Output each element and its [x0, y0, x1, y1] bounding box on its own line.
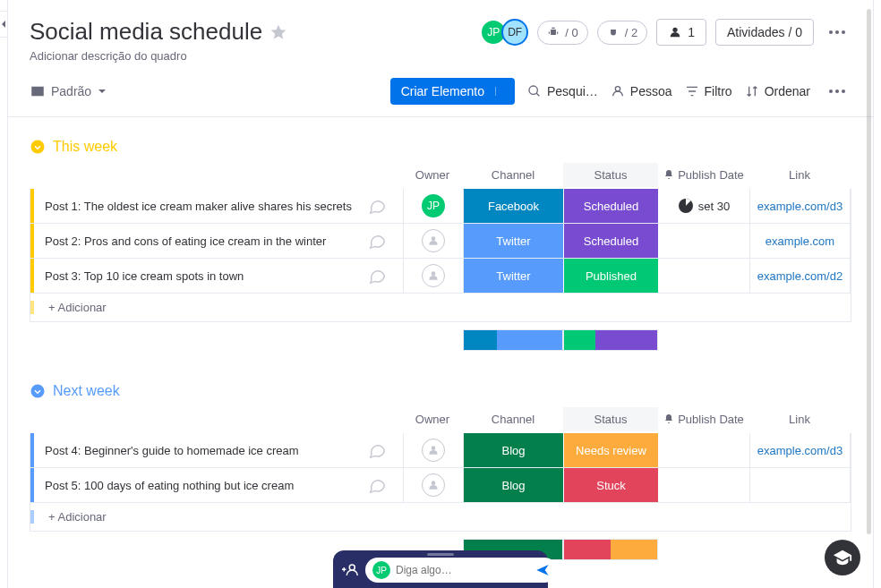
date-cell[interactable]: set 30 [659, 189, 750, 223]
owner-cell[interactable] [403, 224, 464, 258]
create-item-button[interactable]: Criar Elemento [390, 78, 515, 105]
column-header-link[interactable]: Link [749, 407, 850, 431]
conversation-icon[interactable] [367, 266, 387, 285]
owner-cell[interactable] [403, 259, 464, 293]
date-cell[interactable] [659, 259, 750, 293]
status-summary [563, 539, 658, 560]
link-cell[interactable]: example.com/d3 [750, 433, 851, 467]
toolbar-menu-button[interactable] [823, 77, 851, 106]
board-body: This week Owner Channel Status Publish D… [8, 117, 873, 588]
owner-cell[interactable] [403, 433, 464, 467]
view-switcher[interactable]: Padrão [30, 83, 107, 99]
search-icon [527, 84, 542, 98]
members-count: 1 [688, 25, 695, 39]
item-name-cell[interactable]: Post 3: Top 10 ice cream spots in town [34, 259, 403, 293]
scrollbar[interactable] [867, 9, 871, 534]
favorite-star-icon[interactable] [269, 23, 287, 41]
chevron-down-icon [495, 87, 504, 96]
conversation-icon[interactable] [367, 231, 387, 251]
item-name: Post 1: The oldest ice cream maker alive… [45, 200, 352, 213]
column-header-status[interactable]: Status [563, 407, 658, 431]
add-item-row[interactable]: + Adicionar [30, 503, 851, 532]
status-cell[interactable]: Published [564, 259, 659, 293]
table-icon [30, 83, 46, 99]
status-cell[interactable]: Needs review [564, 433, 659, 467]
collapse-group-icon[interactable] [30, 383, 46, 399]
column-header-status[interactable]: Status [563, 163, 658, 187]
date-cell[interactable] [659, 468, 750, 502]
link-cell[interactable]: example.com/d2 [750, 259, 851, 293]
board-title[interactable]: Social media schedule [30, 18, 262, 46]
table-row[interactable]: Post 4: Beginner's guide to homemade ice… [30, 433, 851, 468]
owner-cell[interactable]: JP [403, 189, 464, 223]
channel-cell[interactable]: Twitter [464, 259, 564, 293]
svg-point-6 [835, 89, 839, 93]
integrations-pill[interactable]: / 2 [597, 21, 647, 45]
conversation-icon[interactable] [367, 196, 387, 216]
group-title[interactable]: Next week [53, 383, 120, 399]
chat-bar[interactable]: JP [333, 550, 548, 588]
filter-button[interactable]: Filtro [685, 84, 732, 98]
column-header-channel[interactable]: Channel [463, 163, 563, 187]
channel-cell[interactable]: Blog [464, 433, 564, 467]
status-cell[interactable]: Scheduled [564, 189, 659, 223]
owner-empty-icon[interactable] [422, 229, 445, 252]
table-row[interactable]: Post 1: The oldest ice cream maker alive… [30, 189, 851, 224]
sort-button[interactable]: Ordenar [745, 84, 810, 98]
chat-drag-handle[interactable] [427, 553, 454, 556]
activities-button[interactable]: Atividades / 0 [715, 19, 814, 46]
channel-cell[interactable]: Twitter [464, 224, 564, 258]
column-header-owner[interactable]: Owner [402, 407, 463, 431]
status-summary [563, 329, 658, 351]
date-cell[interactable] [659, 433, 750, 467]
item-name-cell[interactable]: Post 2: Pros and cons of eating ice crea… [34, 224, 403, 258]
owner-empty-icon[interactable] [422, 264, 445, 287]
owner-avatar[interactable]: JP [420, 192, 447, 219]
owner-empty-icon[interactable] [422, 439, 445, 462]
table-row[interactable]: Post 2: Pros and cons of eating ice crea… [30, 224, 851, 259]
link-cell[interactable]: example.com/d3 [750, 189, 851, 223]
item-name-cell[interactable]: Post 1: The oldest ice cream maker alive… [34, 189, 403, 223]
column-header-date[interactable]: Publish Date [658, 407, 749, 431]
table-row[interactable]: Post 3: Top 10 ice cream spots in town T… [30, 259, 851, 294]
board-description[interactable]: Adicionar descrição do quadro [30, 49, 287, 63]
item-name: Post 3: Top 10 ice cream spots in town [45, 269, 244, 283]
chat-input[interactable] [396, 564, 530, 576]
link-cell[interactable] [750, 468, 851, 502]
link-cell[interactable]: example.com [750, 224, 851, 258]
search-button[interactable]: Pesqui… [527, 84, 598, 98]
invite-members-button[interactable]: 1 [656, 19, 706, 46]
column-header-channel[interactable]: Channel [463, 407, 563, 431]
column-header-owner[interactable]: Owner [402, 163, 463, 187]
status-cell[interactable]: Stuck [564, 468, 659, 502]
avatar-stack[interactable]: JP DF [485, 19, 528, 46]
ellipsis-icon [828, 30, 846, 35]
status-cell[interactable]: Scheduled [564, 224, 659, 258]
owner-empty-icon[interactable] [422, 473, 445, 497]
help-button[interactable] [825, 540, 860, 575]
channel-cell[interactable]: Blog [464, 468, 564, 502]
collapse-group-icon[interactable] [30, 139, 46, 155]
board-toolbar: Padrão Criar Elemento Pesqui… Pessoa Fil… [8, 70, 873, 117]
add-item-row[interactable]: + Adicionar [30, 294, 851, 322]
column-header-date[interactable]: Publish Date [658, 163, 749, 187]
conversation-icon[interactable] [367, 475, 387, 495]
date-cell[interactable] [659, 224, 750, 258]
group-title[interactable]: This week [53, 139, 117, 155]
column-header-link[interactable]: Link [749, 163, 850, 187]
item-name-cell[interactable]: Post 4: Beginner's guide to homemade ice… [34, 433, 403, 467]
board-menu-button[interactable] [823, 18, 851, 47]
owner-cell[interactable] [403, 468, 464, 502]
person-filter-button[interactable]: Pessoa [611, 84, 672, 98]
add-person-icon[interactable] [342, 560, 358, 580]
collapse-sidebar-button[interactable] [0, 11, 7, 38]
automations-pill[interactable]: / 0 [537, 21, 587, 45]
table-row[interactable]: Post 5: 100 days of eating nothing but i… [30, 468, 851, 503]
conversation-icon[interactable] [367, 440, 387, 460]
send-icon[interactable] [535, 563, 550, 577]
channel-cell[interactable]: Facebook [464, 189, 564, 223]
search-label: Pesqui… [547, 84, 598, 98]
svg-point-4 [615, 87, 620, 91]
item-name-cell[interactable]: Post 5: 100 days of eating nothing but i… [34, 468, 403, 502]
automations-count: / 0 [565, 26, 577, 39]
